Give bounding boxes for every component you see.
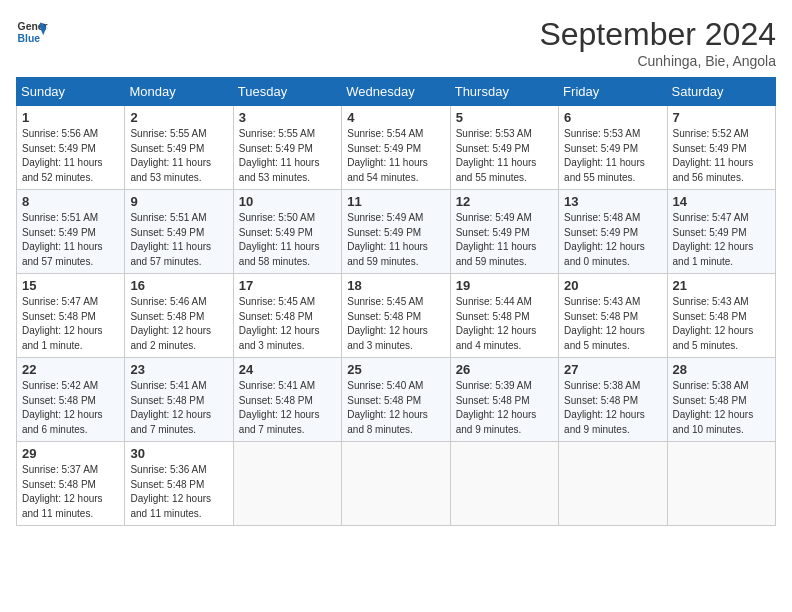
day-number: 5 — [456, 110, 553, 125]
calendar-cell: 22Sunrise: 5:42 AMSunset: 5:48 PMDayligh… — [17, 358, 125, 442]
logo: General Blue — [16, 16, 48, 48]
calendar-week-3: 15Sunrise: 5:47 AMSunset: 5:48 PMDayligh… — [17, 274, 776, 358]
calendar-cell: 25Sunrise: 5:40 AMSunset: 5:48 PMDayligh… — [342, 358, 450, 442]
day-info: Sunrise: 5:45 AMSunset: 5:48 PMDaylight:… — [347, 295, 444, 353]
location-subtitle: Cunhinga, Bie, Angola — [539, 53, 776, 69]
calendar-cell: 17Sunrise: 5:45 AMSunset: 5:48 PMDayligh… — [233, 274, 341, 358]
day-number: 13 — [564, 194, 661, 209]
calendar-week-4: 22Sunrise: 5:42 AMSunset: 5:48 PMDayligh… — [17, 358, 776, 442]
day-info: Sunrise: 5:47 AMSunset: 5:49 PMDaylight:… — [673, 211, 770, 269]
calendar-cell: 26Sunrise: 5:39 AMSunset: 5:48 PMDayligh… — [450, 358, 558, 442]
day-number: 21 — [673, 278, 770, 293]
page-header: General Blue September 2024 Cunhinga, Bi… — [16, 16, 776, 69]
day-info: Sunrise: 5:43 AMSunset: 5:48 PMDaylight:… — [673, 295, 770, 353]
weekday-header-monday: Monday — [125, 78, 233, 106]
weekday-header-tuesday: Tuesday — [233, 78, 341, 106]
calendar-cell: 29Sunrise: 5:37 AMSunset: 5:48 PMDayligh… — [17, 442, 125, 526]
calendar-cell: 11Sunrise: 5:49 AMSunset: 5:49 PMDayligh… — [342, 190, 450, 274]
day-number: 18 — [347, 278, 444, 293]
weekday-header-saturday: Saturday — [667, 78, 775, 106]
day-info: Sunrise: 5:49 AMSunset: 5:49 PMDaylight:… — [456, 211, 553, 269]
day-number: 3 — [239, 110, 336, 125]
day-info: Sunrise: 5:38 AMSunset: 5:48 PMDaylight:… — [673, 379, 770, 437]
day-info: Sunrise: 5:47 AMSunset: 5:48 PMDaylight:… — [22, 295, 119, 353]
day-number: 6 — [564, 110, 661, 125]
day-number: 4 — [347, 110, 444, 125]
day-info: Sunrise: 5:54 AMSunset: 5:49 PMDaylight:… — [347, 127, 444, 185]
calendar-cell — [559, 442, 667, 526]
month-title: September 2024 — [539, 16, 776, 53]
day-number: 1 — [22, 110, 119, 125]
weekday-header-row: SundayMondayTuesdayWednesdayThursdayFrid… — [17, 78, 776, 106]
weekday-header-wednesday: Wednesday — [342, 78, 450, 106]
calendar-cell: 16Sunrise: 5:46 AMSunset: 5:48 PMDayligh… — [125, 274, 233, 358]
calendar-cell: 18Sunrise: 5:45 AMSunset: 5:48 PMDayligh… — [342, 274, 450, 358]
day-info: Sunrise: 5:37 AMSunset: 5:48 PMDaylight:… — [22, 463, 119, 521]
calendar-cell: 19Sunrise: 5:44 AMSunset: 5:48 PMDayligh… — [450, 274, 558, 358]
day-info: Sunrise: 5:55 AMSunset: 5:49 PMDaylight:… — [130, 127, 227, 185]
day-number: 20 — [564, 278, 661, 293]
weekday-header-thursday: Thursday — [450, 78, 558, 106]
calendar-cell: 15Sunrise: 5:47 AMSunset: 5:48 PMDayligh… — [17, 274, 125, 358]
day-info: Sunrise: 5:40 AMSunset: 5:48 PMDaylight:… — [347, 379, 444, 437]
day-number: 14 — [673, 194, 770, 209]
svg-text:Blue: Blue — [18, 33, 41, 44]
weekday-header-sunday: Sunday — [17, 78, 125, 106]
calendar-cell: 21Sunrise: 5:43 AMSunset: 5:48 PMDayligh… — [667, 274, 775, 358]
day-number: 17 — [239, 278, 336, 293]
day-info: Sunrise: 5:51 AMSunset: 5:49 PMDaylight:… — [130, 211, 227, 269]
calendar-cell: 4Sunrise: 5:54 AMSunset: 5:49 PMDaylight… — [342, 106, 450, 190]
day-number: 24 — [239, 362, 336, 377]
day-number: 28 — [673, 362, 770, 377]
calendar-cell: 2Sunrise: 5:55 AMSunset: 5:49 PMDaylight… — [125, 106, 233, 190]
day-number: 15 — [22, 278, 119, 293]
calendar-cell: 7Sunrise: 5:52 AMSunset: 5:49 PMDaylight… — [667, 106, 775, 190]
day-info: Sunrise: 5:42 AMSunset: 5:48 PMDaylight:… — [22, 379, 119, 437]
calendar-cell: 23Sunrise: 5:41 AMSunset: 5:48 PMDayligh… — [125, 358, 233, 442]
day-number: 27 — [564, 362, 661, 377]
calendar-cell: 10Sunrise: 5:50 AMSunset: 5:49 PMDayligh… — [233, 190, 341, 274]
title-block: September 2024 Cunhinga, Bie, Angola — [539, 16, 776, 69]
day-number: 10 — [239, 194, 336, 209]
day-info: Sunrise: 5:53 AMSunset: 5:49 PMDaylight:… — [564, 127, 661, 185]
day-info: Sunrise: 5:46 AMSunset: 5:48 PMDaylight:… — [130, 295, 227, 353]
day-info: Sunrise: 5:56 AMSunset: 5:49 PMDaylight:… — [22, 127, 119, 185]
day-info: Sunrise: 5:39 AMSunset: 5:48 PMDaylight:… — [456, 379, 553, 437]
day-info: Sunrise: 5:36 AMSunset: 5:48 PMDaylight:… — [130, 463, 227, 521]
calendar-cell: 1Sunrise: 5:56 AMSunset: 5:49 PMDaylight… — [17, 106, 125, 190]
calendar-table: SundayMondayTuesdayWednesdayThursdayFrid… — [16, 77, 776, 526]
calendar-cell: 12Sunrise: 5:49 AMSunset: 5:49 PMDayligh… — [450, 190, 558, 274]
day-number: 23 — [130, 362, 227, 377]
day-info: Sunrise: 5:41 AMSunset: 5:48 PMDaylight:… — [239, 379, 336, 437]
day-info: Sunrise: 5:53 AMSunset: 5:49 PMDaylight:… — [456, 127, 553, 185]
logo-icon: General Blue — [16, 16, 48, 48]
day-number: 11 — [347, 194, 444, 209]
calendar-cell: 28Sunrise: 5:38 AMSunset: 5:48 PMDayligh… — [667, 358, 775, 442]
calendar-cell: 6Sunrise: 5:53 AMSunset: 5:49 PMDaylight… — [559, 106, 667, 190]
weekday-header-friday: Friday — [559, 78, 667, 106]
day-info: Sunrise: 5:45 AMSunset: 5:48 PMDaylight:… — [239, 295, 336, 353]
day-info: Sunrise: 5:41 AMSunset: 5:48 PMDaylight:… — [130, 379, 227, 437]
day-number: 8 — [22, 194, 119, 209]
calendar-cell: 3Sunrise: 5:55 AMSunset: 5:49 PMDaylight… — [233, 106, 341, 190]
day-number: 22 — [22, 362, 119, 377]
day-info: Sunrise: 5:50 AMSunset: 5:49 PMDaylight:… — [239, 211, 336, 269]
day-number: 16 — [130, 278, 227, 293]
calendar-cell: 5Sunrise: 5:53 AMSunset: 5:49 PMDaylight… — [450, 106, 558, 190]
calendar-cell: 9Sunrise: 5:51 AMSunset: 5:49 PMDaylight… — [125, 190, 233, 274]
calendar-week-2: 8Sunrise: 5:51 AMSunset: 5:49 PMDaylight… — [17, 190, 776, 274]
day-info: Sunrise: 5:38 AMSunset: 5:48 PMDaylight:… — [564, 379, 661, 437]
day-info: Sunrise: 5:51 AMSunset: 5:49 PMDaylight:… — [22, 211, 119, 269]
calendar-cell: 27Sunrise: 5:38 AMSunset: 5:48 PMDayligh… — [559, 358, 667, 442]
calendar-cell: 14Sunrise: 5:47 AMSunset: 5:49 PMDayligh… — [667, 190, 775, 274]
calendar-cell: 20Sunrise: 5:43 AMSunset: 5:48 PMDayligh… — [559, 274, 667, 358]
calendar-cell — [667, 442, 775, 526]
day-info: Sunrise: 5:52 AMSunset: 5:49 PMDaylight:… — [673, 127, 770, 185]
calendar-cell — [450, 442, 558, 526]
day-number: 29 — [22, 446, 119, 461]
day-info: Sunrise: 5:55 AMSunset: 5:49 PMDaylight:… — [239, 127, 336, 185]
day-number: 26 — [456, 362, 553, 377]
day-number: 30 — [130, 446, 227, 461]
day-number: 25 — [347, 362, 444, 377]
calendar-cell: 30Sunrise: 5:36 AMSunset: 5:48 PMDayligh… — [125, 442, 233, 526]
